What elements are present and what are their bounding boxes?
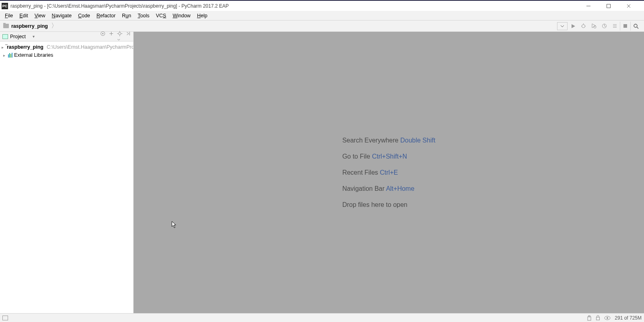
hide-icon <box>126 31 131 36</box>
menu-help[interactable]: Help <box>194 12 211 20</box>
svg-rect-17 <box>623 24 627 28</box>
search-icon <box>633 23 639 29</box>
project-tool-window: Project ▾ ▸ <box>0 32 134 313</box>
project-view-dropdown[interactable]: ▾ <box>33 34 35 39</box>
hint-nav-shortcut: Alt+Home <box>386 185 415 192</box>
svg-rect-1 <box>607 4 611 8</box>
menu-refactor[interactable]: Refactor <box>93 12 119 20</box>
minimize-button[interactable] <box>586 4 598 8</box>
svg-line-19 <box>637 27 638 29</box>
maximize-icon <box>606 4 611 8</box>
inspection-profile-button[interactable] <box>604 316 611 320</box>
app-icon: PC <box>2 3 8 9</box>
menu-run[interactable]: Run <box>119 12 134 20</box>
menu-code[interactable]: Code <box>75 12 93 20</box>
hint-recent-shortcut: Ctrl+E <box>380 169 398 176</box>
hint-recent-label: Recent Files <box>342 169 378 176</box>
status-bar: 291 of 725M <box>0 313 644 322</box>
navigation-bar: raspberry_ping 〉 <box>0 21 644 32</box>
svg-point-18 <box>634 24 637 27</box>
hint-goto-shortcut: Ctrl+Shift+N <box>372 153 407 160</box>
autoscroll-to-source-button[interactable] <box>100 31 105 42</box>
memory-indicator[interactable]: 291 of 725M <box>615 315 642 321</box>
run-coverage-button[interactable] <box>588 22 599 31</box>
debug-button[interactable] <box>578 22 588 31</box>
stop-icon <box>623 24 627 28</box>
svg-point-24 <box>119 32 121 35</box>
menu-edit[interactable]: Edit <box>16 12 31 20</box>
libraries-icon <box>8 53 12 58</box>
tree-node-label: External Libraries <box>14 52 53 58</box>
toolbar-right <box>557 22 641 31</box>
main-menu: File Edit View Navigate Code Refactor Ru… <box>0 11 644 21</box>
menu-view[interactable]: View <box>31 12 49 20</box>
tree-node-project-root[interactable]: ▸ raspberry_ping C:\Users\Ernst.Haagsman… <box>0 43 133 51</box>
project-tool-title: Project <box>10 34 26 39</box>
project-tool-header: Project ▾ <box>0 32 133 41</box>
project-tree[interactable]: ▸ raspberry_ping C:\Users\Ernst.Haagsman… <box>0 41 133 61</box>
tool-windows-toggle[interactable] <box>2 316 8 320</box>
profile-button[interactable] <box>599 22 609 31</box>
menu-navigate[interactable]: Navigate <box>49 12 75 20</box>
svg-marker-4 <box>572 24 575 28</box>
close-button[interactable] <box>626 4 638 8</box>
svg-marker-30 <box>172 221 176 228</box>
hint-search-shortcut: Double Shift <box>400 137 435 144</box>
hector-icon <box>587 315 592 321</box>
editor-hints: Search Everywhere Double Shift Go to Fil… <box>342 132 435 213</box>
lock-icon <box>596 315 600 320</box>
coverage-icon <box>591 23 597 29</box>
expand-icon[interactable]: ▸ <box>2 45 4 50</box>
svg-rect-31 <box>588 317 591 320</box>
target-icon <box>100 31 105 36</box>
chevron-down-icon <box>560 25 564 27</box>
eye-icon <box>604 316 611 320</box>
svg-rect-32 <box>588 316 590 317</box>
read-only-toggle[interactable] <box>596 315 600 320</box>
project-view-icon <box>2 34 8 39</box>
tool-settings-button[interactable] <box>117 31 122 42</box>
expand-icon[interactable]: ▸ <box>2 53 6 58</box>
window-title: raspberry_ping - [C:\Users\Ernst.Haagsma… <box>10 3 586 9</box>
tree-node-external-libraries[interactable]: ▸ External Libraries <box>0 51 133 59</box>
tree-node-label: raspberry_ping <box>7 44 43 50</box>
collapse-all-button[interactable] <box>109 31 114 42</box>
editor-empty-area[interactable]: Search Everywhere Double Shift Go to Fil… <box>134 32 644 313</box>
run-button[interactable] <box>568 22 578 31</box>
profile-icon <box>602 23 607 29</box>
stop-button[interactable] <box>620 22 630 31</box>
breadcrumb-root: raspberry_ping <box>11 23 48 29</box>
hint-drop-label: Drop files here to open <box>342 201 407 208</box>
svg-line-13 <box>605 26 606 27</box>
lines-icon <box>612 23 617 29</box>
window-titlebar: PC raspberry_ping - [C:\Users\Ernst.Haag… <box>0 0 644 11</box>
hint-search-label: Search Everywhere <box>342 137 398 144</box>
bug-icon <box>581 23 586 29</box>
run-config-dropdown[interactable] <box>557 22 568 30</box>
tree-node-path: C:\Users\Ernst.Haagsman\PycharmProjects\… <box>47 44 133 50</box>
hint-nav-label: Navigation Bar <box>342 185 384 192</box>
mouse-cursor-icon <box>171 221 177 228</box>
concurrency-button[interactable] <box>609 22 620 31</box>
maximize-button[interactable] <box>606 4 618 8</box>
hint-goto-label: Go to File <box>342 153 370 160</box>
breadcrumb[interactable]: raspberry_ping 〉 <box>3 22 58 30</box>
svg-point-5 <box>582 25 585 28</box>
play-icon <box>571 24 576 29</box>
menu-window[interactable]: Window <box>169 12 194 20</box>
collapse-icon <box>109 31 114 36</box>
ide-status-icon[interactable] <box>587 315 592 321</box>
menu-vcs[interactable]: VCS <box>153 12 169 20</box>
hide-tool-button[interactable] <box>126 31 131 42</box>
menu-tools[interactable]: Tools <box>134 12 153 20</box>
chevron-down-icon <box>117 39 120 41</box>
gear-icon <box>117 31 122 36</box>
svg-point-21 <box>102 33 103 34</box>
breadcrumb-separator-icon: 〉 <box>51 22 58 30</box>
svg-point-35 <box>607 317 608 319</box>
menu-file[interactable]: File <box>2 12 16 20</box>
svg-rect-33 <box>597 317 600 320</box>
close-icon <box>626 4 631 8</box>
search-button[interactable] <box>630 22 641 31</box>
minimize-icon <box>586 4 591 8</box>
